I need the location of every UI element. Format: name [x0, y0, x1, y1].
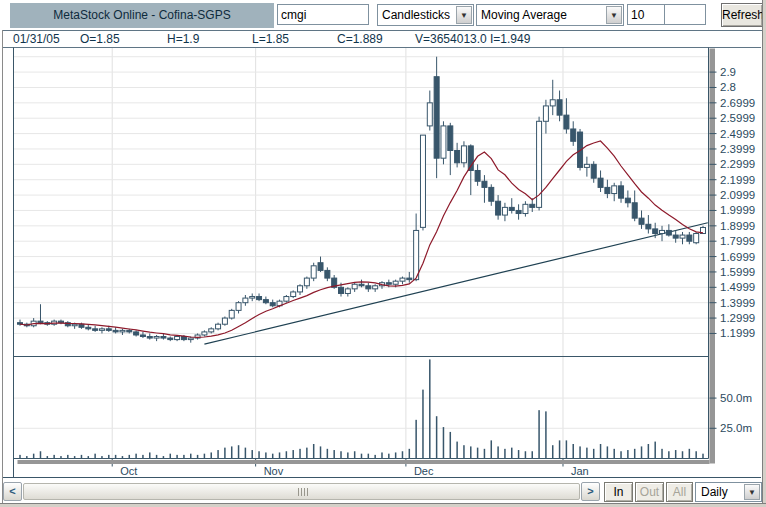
chevron-down-icon[interactable]: ▼	[744, 484, 760, 500]
volume-bar	[299, 449, 301, 459]
volume-bar	[115, 455, 117, 459]
volume-bar	[108, 455, 110, 459]
horizontal-scrollbar-row: < > In Out All Daily ▼	[3, 478, 762, 503]
candlestick	[147, 333, 152, 339]
volume-bar	[368, 454, 370, 459]
param2-input[interactable]	[664, 4, 706, 25]
refresh-button[interactable]: Refresh	[721, 3, 763, 27]
symbol-input[interactable]	[277, 4, 369, 25]
candlestick	[236, 301, 241, 313]
volume-bar	[33, 454, 35, 459]
volume-bar	[607, 446, 609, 458]
candlestick	[31, 318, 36, 327]
volume-bar	[668, 451, 670, 458]
candlestick	[120, 329, 125, 335]
chevron-right-icon: >	[587, 485, 593, 497]
scroll-left-button[interactable]: <	[3, 482, 22, 501]
price-axis-label: 1.2999	[720, 312, 755, 324]
period-input[interactable]	[627, 4, 665, 25]
quote-bar: 01/31/05 O=1.85 H=1.9 L=1.85 C=1.889 V=3…	[3, 31, 762, 47]
candlestick	[202, 330, 207, 336]
quote-date: 01/31/05	[13, 32, 60, 46]
volume-bar	[497, 446, 499, 458]
volume-bar	[381, 452, 383, 458]
volume-bar	[648, 444, 650, 459]
candlestick	[284, 295, 289, 303]
candlestick	[86, 324, 91, 330]
volume-bar	[586, 448, 588, 459]
candlestick	[229, 309, 234, 320]
zoom-out-button[interactable]: Out	[635, 482, 664, 502]
volume-bar	[572, 444, 574, 459]
volume-bar	[156, 455, 158, 459]
volume-bar	[613, 449, 615, 459]
volume-bar	[484, 449, 486, 459]
volume-bar	[525, 451, 527, 458]
candlestick	[400, 277, 405, 285]
volume-bar	[135, 454, 137, 459]
month-gridlines: OctNovDecJan	[112, 48, 589, 478]
volume-bar	[40, 451, 42, 458]
candlestick	[366, 283, 371, 292]
candlestick	[291, 290, 296, 298]
volume-bar	[689, 449, 691, 459]
candlestick	[434, 57, 439, 178]
candlestick	[216, 323, 221, 331]
price-axis-label: 1.4999	[720, 281, 755, 293]
zoom-all-button[interactable]: All	[666, 482, 693, 502]
candlestick	[694, 232, 699, 244]
candlestick	[407, 272, 412, 283]
quote-volume: V=3654013.0	[415, 32, 487, 46]
volume-bar	[251, 450, 253, 458]
price-axis-label: 2.0999	[720, 189, 755, 201]
candlestick	[660, 226, 665, 241]
indicator-select[interactable]: Moving Average ▼	[476, 4, 624, 26]
volume-bar	[19, 455, 21, 459]
candlestick	[65, 321, 70, 327]
candlestick	[298, 284, 303, 295]
chevron-down-icon[interactable]: ▼	[456, 6, 472, 24]
quote-close: C=1.889	[337, 32, 383, 46]
chevron-left-icon: <	[9, 485, 15, 497]
volume-bar	[559, 440, 561, 458]
volume-bar	[94, 454, 96, 459]
volume-bar	[477, 448, 479, 459]
candlestick	[134, 330, 139, 336]
candlestick	[502, 203, 507, 221]
candlestick	[359, 280, 364, 288]
scroll-right-button[interactable]: >	[581, 482, 600, 501]
volume-bar	[641, 446, 643, 458]
volume-bar	[579, 446, 581, 458]
zoom-in-button[interactable]: In	[604, 482, 633, 502]
indicator-value: Moving Average	[481, 8, 567, 22]
volume-bar	[286, 451, 288, 458]
candlestick	[263, 297, 268, 305]
timeframe-select[interactable]: Daily ▼	[695, 482, 762, 502]
volume-bar	[354, 451, 356, 458]
volume-bar	[504, 449, 506, 459]
candlestick	[550, 80, 555, 115]
volume-bar	[327, 449, 329, 459]
volume-bar	[702, 454, 704, 459]
candlestick	[345, 287, 350, 296]
candlestick	[489, 184, 494, 206]
volume-bar	[183, 455, 185, 459]
volume-bar	[340, 451, 342, 458]
volume-bar	[204, 454, 206, 459]
volume-bar	[409, 449, 411, 459]
quote-open: O=1.85	[80, 32, 120, 46]
price-axis-label: 2.6999	[720, 97, 755, 109]
chart-type-select[interactable]: Candlesticks ▼	[377, 4, 474, 26]
volume-bar	[634, 449, 636, 459]
candlestick	[352, 283, 357, 292]
price-axis-label: 2.9	[720, 66, 736, 78]
volume-bar	[292, 450, 294, 458]
scrollbar-grip-icon	[298, 488, 310, 496]
candlestick	[243, 295, 248, 306]
volume-bar	[415, 420, 417, 459]
volume-bar	[661, 449, 663, 459]
scrollbar-thumb[interactable]	[23, 483, 580, 500]
chevron-down-icon[interactable]: ▼	[606, 6, 622, 24]
window-bottom-frame	[0, 503, 766, 507]
candlestick	[461, 141, 466, 167]
